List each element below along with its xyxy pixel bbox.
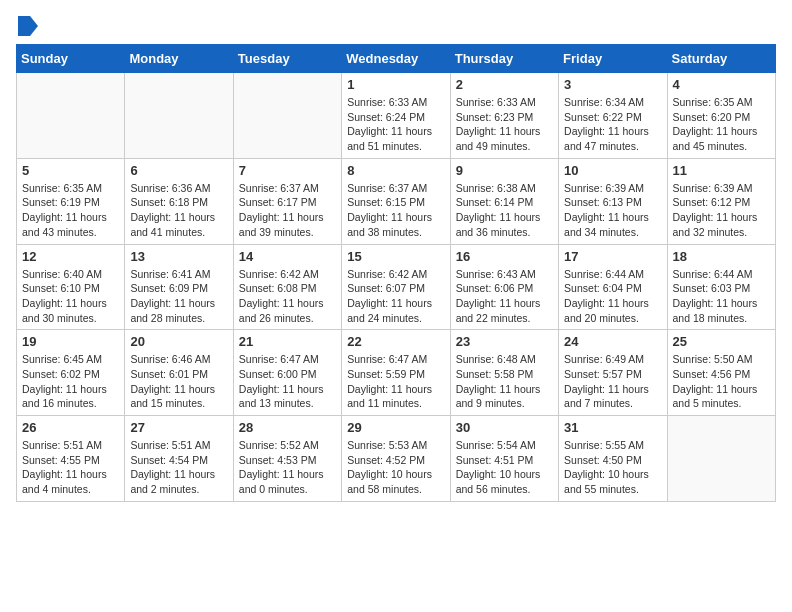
day-number: 31 <box>564 420 661 435</box>
day-number: 25 <box>673 334 770 349</box>
cell-info: Sunrise: 6:42 AM Sunset: 6:07 PM Dayligh… <box>347 267 444 326</box>
cell-info: Sunrise: 6:47 AM Sunset: 6:00 PM Dayligh… <box>239 352 336 411</box>
day-number: 22 <box>347 334 444 349</box>
calendar-cell: 29Sunrise: 5:53 AM Sunset: 4:52 PM Dayli… <box>342 416 450 502</box>
calendar-cell <box>17 73 125 159</box>
day-number: 15 <box>347 249 444 264</box>
cell-info: Sunrise: 6:49 AM Sunset: 5:57 PM Dayligh… <box>564 352 661 411</box>
calendar-week-row: 1Sunrise: 6:33 AM Sunset: 6:24 PM Daylig… <box>17 73 776 159</box>
logo <box>16 16 38 36</box>
calendar-cell <box>667 416 775 502</box>
calendar-header-monday: Monday <box>125 45 233 73</box>
cell-info: Sunrise: 6:44 AM Sunset: 6:03 PM Dayligh… <box>673 267 770 326</box>
calendar-body: 1Sunrise: 6:33 AM Sunset: 6:24 PM Daylig… <box>17 73 776 502</box>
cell-info: Sunrise: 6:36 AM Sunset: 6:18 PM Dayligh… <box>130 181 227 240</box>
calendar-cell: 11Sunrise: 6:39 AM Sunset: 6:12 PM Dayli… <box>667 158 775 244</box>
calendar-header-saturday: Saturday <box>667 45 775 73</box>
cell-info: Sunrise: 6:33 AM Sunset: 6:24 PM Dayligh… <box>347 95 444 154</box>
cell-info: Sunrise: 6:33 AM Sunset: 6:23 PM Dayligh… <box>456 95 553 154</box>
calendar-cell: 26Sunrise: 5:51 AM Sunset: 4:55 PM Dayli… <box>17 416 125 502</box>
calendar-cell: 20Sunrise: 6:46 AM Sunset: 6:01 PM Dayli… <box>125 330 233 416</box>
calendar-header-friday: Friday <box>559 45 667 73</box>
calendar-cell: 31Sunrise: 5:55 AM Sunset: 4:50 PM Dayli… <box>559 416 667 502</box>
day-number: 30 <box>456 420 553 435</box>
calendar-cell: 16Sunrise: 6:43 AM Sunset: 6:06 PM Dayli… <box>450 244 558 330</box>
cell-info: Sunrise: 6:43 AM Sunset: 6:06 PM Dayligh… <box>456 267 553 326</box>
day-number: 5 <box>22 163 119 178</box>
calendar-week-row: 19Sunrise: 6:45 AM Sunset: 6:02 PM Dayli… <box>17 330 776 416</box>
cell-info: Sunrise: 6:47 AM Sunset: 5:59 PM Dayligh… <box>347 352 444 411</box>
day-number: 23 <box>456 334 553 349</box>
calendar-cell: 14Sunrise: 6:42 AM Sunset: 6:08 PM Dayli… <box>233 244 341 330</box>
day-number: 14 <box>239 249 336 264</box>
day-number: 2 <box>456 77 553 92</box>
cell-info: Sunrise: 6:35 AM Sunset: 6:19 PM Dayligh… <box>22 181 119 240</box>
calendar-cell: 15Sunrise: 6:42 AM Sunset: 6:07 PM Dayli… <box>342 244 450 330</box>
logo-icon <box>18 16 38 36</box>
cell-info: Sunrise: 6:46 AM Sunset: 6:01 PM Dayligh… <box>130 352 227 411</box>
day-number: 3 <box>564 77 661 92</box>
calendar-cell: 12Sunrise: 6:40 AM Sunset: 6:10 PM Dayli… <box>17 244 125 330</box>
calendar-cell: 18Sunrise: 6:44 AM Sunset: 6:03 PM Dayli… <box>667 244 775 330</box>
calendar-cell: 10Sunrise: 6:39 AM Sunset: 6:13 PM Dayli… <box>559 158 667 244</box>
day-number: 6 <box>130 163 227 178</box>
day-number: 26 <box>22 420 119 435</box>
calendar-week-row: 12Sunrise: 6:40 AM Sunset: 6:10 PM Dayli… <box>17 244 776 330</box>
calendar-cell: 19Sunrise: 6:45 AM Sunset: 6:02 PM Dayli… <box>17 330 125 416</box>
calendar-cell: 6Sunrise: 6:36 AM Sunset: 6:18 PM Daylig… <box>125 158 233 244</box>
calendar-cell: 27Sunrise: 5:51 AM Sunset: 4:54 PM Dayli… <box>125 416 233 502</box>
calendar-header-row: SundayMondayTuesdayWednesdayThursdayFrid… <box>17 45 776 73</box>
calendar-week-row: 26Sunrise: 5:51 AM Sunset: 4:55 PM Dayli… <box>17 416 776 502</box>
cell-info: Sunrise: 6:39 AM Sunset: 6:12 PM Dayligh… <box>673 181 770 240</box>
calendar-header-sunday: Sunday <box>17 45 125 73</box>
day-number: 18 <box>673 249 770 264</box>
day-number: 7 <box>239 163 336 178</box>
calendar-week-row: 5Sunrise: 6:35 AM Sunset: 6:19 PM Daylig… <box>17 158 776 244</box>
calendar-header-tuesday: Tuesday <box>233 45 341 73</box>
calendar-table: SundayMondayTuesdayWednesdayThursdayFrid… <box>16 44 776 502</box>
day-number: 13 <box>130 249 227 264</box>
calendar-cell: 21Sunrise: 6:47 AM Sunset: 6:00 PM Dayli… <box>233 330 341 416</box>
day-number: 1 <box>347 77 444 92</box>
day-number: 10 <box>564 163 661 178</box>
calendar-cell: 25Sunrise: 5:50 AM Sunset: 4:56 PM Dayli… <box>667 330 775 416</box>
cell-info: Sunrise: 5:50 AM Sunset: 4:56 PM Dayligh… <box>673 352 770 411</box>
day-number: 24 <box>564 334 661 349</box>
day-number: 20 <box>130 334 227 349</box>
day-number: 17 <box>564 249 661 264</box>
cell-info: Sunrise: 5:55 AM Sunset: 4:50 PM Dayligh… <box>564 438 661 497</box>
cell-info: Sunrise: 6:35 AM Sunset: 6:20 PM Dayligh… <box>673 95 770 154</box>
day-number: 4 <box>673 77 770 92</box>
cell-info: Sunrise: 6:39 AM Sunset: 6:13 PM Dayligh… <box>564 181 661 240</box>
day-number: 8 <box>347 163 444 178</box>
calendar-cell: 30Sunrise: 5:54 AM Sunset: 4:51 PM Dayli… <box>450 416 558 502</box>
calendar-cell: 7Sunrise: 6:37 AM Sunset: 6:17 PM Daylig… <box>233 158 341 244</box>
calendar-cell: 9Sunrise: 6:38 AM Sunset: 6:14 PM Daylig… <box>450 158 558 244</box>
day-number: 9 <box>456 163 553 178</box>
calendar-cell: 13Sunrise: 6:41 AM Sunset: 6:09 PM Dayli… <box>125 244 233 330</box>
day-number: 21 <box>239 334 336 349</box>
cell-info: Sunrise: 6:37 AM Sunset: 6:15 PM Dayligh… <box>347 181 444 240</box>
calendar-cell: 4Sunrise: 6:35 AM Sunset: 6:20 PM Daylig… <box>667 73 775 159</box>
cell-info: Sunrise: 6:34 AM Sunset: 6:22 PM Dayligh… <box>564 95 661 154</box>
calendar-cell: 23Sunrise: 6:48 AM Sunset: 5:58 PM Dayli… <box>450 330 558 416</box>
calendar-cell: 2Sunrise: 6:33 AM Sunset: 6:23 PM Daylig… <box>450 73 558 159</box>
calendar-cell <box>125 73 233 159</box>
day-number: 28 <box>239 420 336 435</box>
calendar-cell: 28Sunrise: 5:52 AM Sunset: 4:53 PM Dayli… <box>233 416 341 502</box>
cell-info: Sunrise: 6:45 AM Sunset: 6:02 PM Dayligh… <box>22 352 119 411</box>
calendar-cell: 8Sunrise: 6:37 AM Sunset: 6:15 PM Daylig… <box>342 158 450 244</box>
day-number: 27 <box>130 420 227 435</box>
cell-info: Sunrise: 6:48 AM Sunset: 5:58 PM Dayligh… <box>456 352 553 411</box>
cell-info: Sunrise: 6:37 AM Sunset: 6:17 PM Dayligh… <box>239 181 336 240</box>
cell-info: Sunrise: 6:41 AM Sunset: 6:09 PM Dayligh… <box>130 267 227 326</box>
day-number: 19 <box>22 334 119 349</box>
day-number: 11 <box>673 163 770 178</box>
cell-info: Sunrise: 5:54 AM Sunset: 4:51 PM Dayligh… <box>456 438 553 497</box>
cell-info: Sunrise: 5:51 AM Sunset: 4:55 PM Dayligh… <box>22 438 119 497</box>
calendar-cell <box>233 73 341 159</box>
day-number: 16 <box>456 249 553 264</box>
calendar-header-thursday: Thursday <box>450 45 558 73</box>
day-number: 12 <box>22 249 119 264</box>
calendar-cell: 3Sunrise: 6:34 AM Sunset: 6:22 PM Daylig… <box>559 73 667 159</box>
